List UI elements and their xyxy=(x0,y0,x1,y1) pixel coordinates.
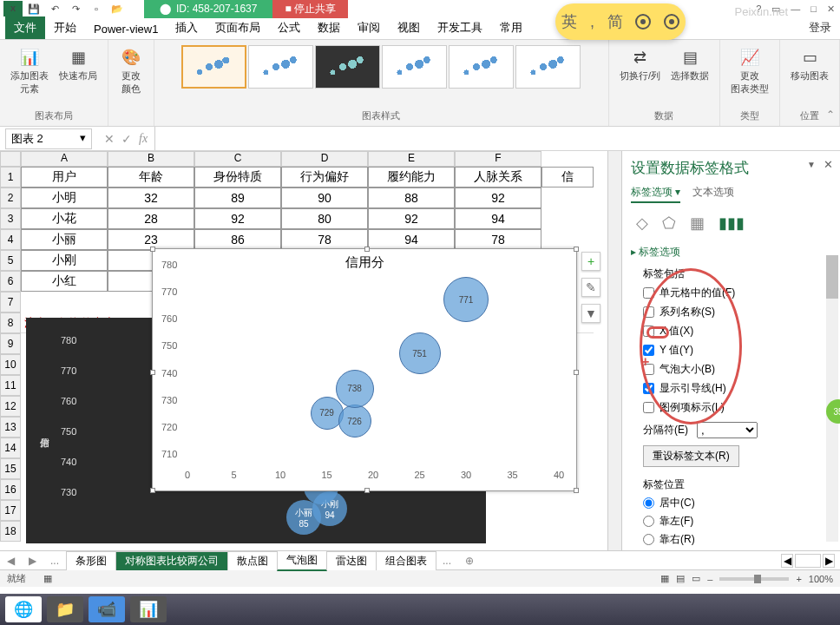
chart-icon[interactable]: ▮▮▮ xyxy=(719,214,745,233)
chart-brush-icon[interactable]: ✎ xyxy=(581,278,600,297)
cell[interactable]: 年龄 xyxy=(108,167,194,188)
stop-share-button[interactable]: ■ 停止共享 xyxy=(272,0,348,18)
col-header[interactable]: B xyxy=(108,151,194,167)
cell[interactable]: 88 xyxy=(368,188,455,208)
bubble-point[interactable]: 726 xyxy=(338,405,371,438)
tab-insert[interactable]: 插入 xyxy=(167,16,207,39)
label-options-tab[interactable]: 标签选项 ▾ xyxy=(631,185,680,203)
col-header[interactable]: E xyxy=(368,151,455,167)
cell[interactable]: 小明 xyxy=(21,188,108,208)
hscroll-right[interactable]: ▶ xyxy=(823,554,835,568)
sheet-tab-active[interactable]: 对称图表比较两公司 xyxy=(115,551,228,570)
cell[interactable]: 小丽 xyxy=(21,229,108,250)
tab-data[interactable]: 数据 xyxy=(309,16,349,39)
zoom-in-icon[interactable]: + xyxy=(796,574,801,584)
switch-row-col[interactable]: ⇄切换行/列 xyxy=(616,43,664,84)
style-thumb-2[interactable] xyxy=(248,45,313,89)
effects-icon[interactable]: ⬠ xyxy=(662,214,676,233)
size-icon[interactable]: ▦ xyxy=(690,214,705,233)
cell[interactable]: 行为偏好 xyxy=(281,167,368,188)
view-layout-icon[interactable]: ▤ xyxy=(676,573,685,584)
undo-icon[interactable]: ↶ xyxy=(45,1,64,16)
cell[interactable]: 90 xyxy=(281,188,368,208)
label-options-section[interactable]: ▸ 标签选项 xyxy=(631,245,831,260)
vertical-scrollbar[interactable] xyxy=(607,151,621,550)
confirm-icon[interactable]: ✓ xyxy=(121,132,132,146)
ck-series[interactable] xyxy=(643,306,654,318)
cell[interactable]: 人脉关系 xyxy=(455,167,541,188)
hscroll-left[interactable]: ◀ xyxy=(781,554,793,568)
sheet-tab[interactable]: 散点图 xyxy=(227,551,278,570)
view-normal-icon[interactable]: ▦ xyxy=(660,573,669,584)
chart-filter-icon[interactable]: ▼ xyxy=(581,304,600,323)
name-box[interactable]: 图表 2▾ xyxy=(5,128,92,149)
text-options-tab[interactable]: 文本选项 xyxy=(692,185,734,203)
change-chart-type[interactable]: 📈更改 图表类型 xyxy=(727,43,772,97)
cell[interactable]: 86 xyxy=(194,229,281,250)
style-thumb-6[interactable] xyxy=(515,45,581,89)
fx-icon[interactable]: fx xyxy=(139,132,148,146)
row-header[interactable]: 3 xyxy=(0,208,21,229)
col-header[interactable]: A xyxy=(21,151,108,167)
chart-title[interactable]: 信用分 xyxy=(153,249,576,276)
pane-scrollbar[interactable] xyxy=(826,255,838,542)
style-thumb-5[interactable] xyxy=(449,45,514,89)
bubble-point[interactable]: 771 xyxy=(443,277,489,322)
col-header[interactable]: D xyxy=(281,151,368,167)
tab-review[interactable]: 审阅 xyxy=(349,16,389,39)
login-link[interactable]: 登录 xyxy=(800,16,840,39)
new-icon[interactable]: ▫ xyxy=(87,1,106,16)
zoom-level[interactable]: 100% xyxy=(809,574,833,584)
style-thumb-3[interactable] xyxy=(315,45,380,89)
save-icon[interactable]: 💾 xyxy=(24,1,43,16)
bubble-point[interactable]: 751 xyxy=(399,332,441,374)
sheet-tab[interactable]: 气泡图 xyxy=(277,550,327,571)
ck-cellvalue[interactable] xyxy=(643,287,654,299)
radio-center[interactable] xyxy=(643,497,654,509)
zoom-slider[interactable] xyxy=(719,577,789,581)
close-icon[interactable]: ✕ xyxy=(827,3,835,15)
style-thumb-4[interactable] xyxy=(382,45,447,89)
cancel-icon[interactable]: ✕ xyxy=(104,132,115,146)
add-sheet-icon[interactable]: ⊕ xyxy=(458,555,481,567)
cell[interactable]: 92 xyxy=(455,188,541,208)
cell[interactable]: 小刚 xyxy=(21,250,108,271)
cell[interactable]: 履约能力 xyxy=(368,167,455,188)
bubble-point[interactable]: 738 xyxy=(336,370,374,408)
cell[interactable]: 92 xyxy=(368,208,455,229)
change-colors[interactable]: 🎨更改 颜色 xyxy=(115,43,147,97)
select-data[interactable]: ▤选择数据 xyxy=(667,43,712,84)
tab-nav-prev[interactable]: ◀ xyxy=(0,555,22,567)
open-icon[interactable]: 📂 xyxy=(108,1,127,16)
app-2[interactable]: 📁 xyxy=(47,596,83,622)
chart-plus-icon[interactable]: + xyxy=(581,252,600,271)
pane-close-icon[interactable]: ✕ xyxy=(824,158,833,171)
tab-nav-next[interactable]: ▶ xyxy=(22,555,43,567)
tab-file[interactable]: 文件 xyxy=(5,16,45,39)
row-header[interactable]: 5 xyxy=(0,250,21,271)
cell[interactable]: 小花 xyxy=(21,208,108,229)
fill-icon[interactable]: ◇ xyxy=(636,214,648,233)
style-thumb-1[interactable] xyxy=(181,45,246,89)
cell[interactable]: 94 xyxy=(368,229,455,250)
radio-right[interactable] xyxy=(643,534,654,545)
cell[interactable]: 28 xyxy=(108,208,194,229)
tab-view[interactable]: 视图 xyxy=(389,16,429,39)
minimize-icon[interactable]: — xyxy=(791,3,800,15)
formula-input[interactable] xyxy=(154,127,840,150)
ime-sticker[interactable]: 英,简 xyxy=(555,3,686,40)
cell[interactable]: 身份特质 xyxy=(194,167,281,188)
worksheet[interactable]: A B C D E F 1用户年龄身份特质行为偏好履约能力人脉关系信2小明328… xyxy=(0,151,607,550)
maximize-icon[interactable]: □ xyxy=(810,3,817,15)
redo-icon[interactable]: ↷ xyxy=(66,1,85,16)
zoom-app[interactable]: 📹 xyxy=(89,596,125,622)
cell[interactable]: 92 xyxy=(194,208,281,229)
sheet-tab[interactable]: 条形图 xyxy=(66,551,116,570)
cell[interactable]: 信 xyxy=(541,167,594,188)
zoom-out-icon[interactable]: – xyxy=(707,574,712,584)
tab-layout[interactable]: 页面布局 xyxy=(207,16,269,39)
bubble-chart[interactable]: 信用分 710720730740750760770780051015202530… xyxy=(152,248,577,491)
cell[interactable]: 94 xyxy=(455,208,541,229)
tab-freq[interactable]: 常用 xyxy=(491,16,531,39)
ck-legend[interactable] xyxy=(643,402,654,413)
